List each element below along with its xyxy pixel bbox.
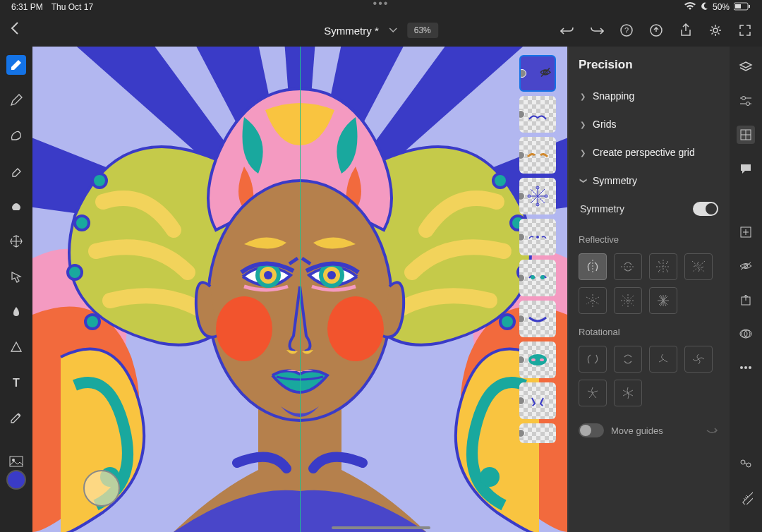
reflective-diag[interactable]: [684, 253, 713, 280]
chevron-down-icon: ❯: [580, 177, 588, 184]
svg-point-19: [85, 315, 99, 329]
share-button[interactable]: [679, 23, 693, 37]
title-dropdown-icon[interactable]: [389, 25, 397, 35]
svg-point-17: [75, 216, 89, 230]
brush-cursor: [83, 470, 120, 507]
rotational-2h[interactable]: [614, 346, 642, 373]
layer-thumb-5[interactable]: [519, 219, 556, 255]
layer-thumb-2[interactable]: [519, 96, 556, 133]
export-button[interactable]: [737, 291, 755, 309]
reflective-8[interactable]: [614, 287, 642, 314]
reflective-quad[interactable]: [649, 253, 677, 280]
eraser-tool[interactable]: [6, 161, 26, 181]
layer-thumbnails: [519, 55, 560, 443]
appearance-button[interactable]: [737, 325, 755, 343]
fill-tool[interactable]: [6, 302, 26, 322]
blob-tool[interactable]: [6, 196, 26, 216]
svg-rect-1: [735, 4, 741, 8]
shape-tool[interactable]: [6, 337, 26, 357]
undo-button[interactable]: [560, 23, 574, 37]
svg-text:T: T: [13, 377, 20, 389]
reflective-6[interactable]: [579, 287, 607, 314]
move-guides-toggle[interactable]: [579, 423, 604, 437]
adjustments-button[interactable]: [737, 92, 755, 110]
layer-thumb-9[interactable]: [519, 382, 556, 419]
reflective-label: Reflective: [579, 234, 720, 245]
layer-thumb-3[interactable]: [519, 137, 556, 174]
svg-point-26: [327, 296, 384, 361]
redo-button[interactable]: [590, 23, 604, 37]
symmetry-section[interactable]: ❯ Symmetry: [579, 168, 720, 193]
layer-thumb-1[interactable]: [519, 55, 556, 92]
precision-panel-button[interactable]: [737, 126, 755, 144]
pencil-tool[interactable]: [6, 90, 26, 110]
symmetry-section-label: Symmetry: [593, 175, 637, 186]
symmetry-toggle[interactable]: [693, 202, 718, 216]
perspective-section[interactable]: ❯ Create perspective grid: [579, 140, 720, 165]
zoom-level[interactable]: 63%: [407, 23, 438, 38]
rotational-options: [579, 346, 720, 406]
settings-button[interactable]: [708, 23, 722, 37]
rotational-4[interactable]: [684, 346, 713, 373]
precision-panel: Precision ❯ Snapping ❯ Grids ❯ Create pe…: [569, 47, 730, 532]
chevron-right-icon: ❯: [580, 149, 587, 157]
layer-thumb-7[interactable]: [519, 301, 556, 337]
cloud-sync-button[interactable]: [649, 23, 663, 37]
fullscreen-button[interactable]: [738, 23, 752, 37]
layers-panel-button[interactable]: [737, 58, 755, 76]
svg-point-44: [540, 358, 544, 361]
link-button[interactable]: [737, 454, 755, 473]
layer-thumb-8[interactable]: [519, 341, 556, 378]
svg-point-25: [216, 296, 272, 361]
svg-point-83: [741, 460, 745, 464]
layer-thumb-6[interactable]: [519, 260, 556, 296]
symmetry-guide-line[interactable]: [300, 47, 301, 532]
svg-point-15: [480, 467, 500, 487]
rotational-2[interactable]: [579, 346, 607, 373]
selection-tool[interactable]: [6, 267, 26, 286]
ruler-button[interactable]: [737, 488, 755, 507]
layer-handle-icon[interactable]: [519, 69, 526, 78]
svg-point-29: [264, 271, 272, 279]
svg-point-18: [68, 265, 82, 279]
layer-handle-icon[interactable]: [519, 429, 525, 437]
reflective-burst[interactable]: [649, 287, 677, 314]
image-tool[interactable]: [6, 452, 26, 471]
canvas-area[interactable]: [32, 47, 569, 532]
rotational-6[interactable]: [614, 380, 642, 406]
visibility-button[interactable]: [737, 257, 755, 275]
rotational-3[interactable]: [649, 346, 677, 373]
svg-point-82: [749, 366, 751, 369]
comments-button[interactable]: [737, 159, 755, 178]
perspective-label: Create perspective grid: [593, 147, 695, 158]
more-button[interactable]: [737, 358, 755, 377]
text-tool[interactable]: T: [6, 373, 26, 392]
rotational-5[interactable]: [579, 380, 607, 406]
smudge-tool[interactable]: [6, 126, 26, 145]
eyedropper-tool[interactable]: [6, 408, 26, 428]
snapping-label: Snapping: [593, 90, 634, 102]
reflective-vertical[interactable]: [579, 253, 607, 280]
artwork-canvas[interactable]: [32, 47, 567, 532]
layer-thumb-4[interactable]: [519, 178, 556, 214]
back-button[interactable]: [10, 21, 20, 40]
reflective-horizontal[interactable]: [614, 253, 642, 280]
add-button[interactable]: [737, 223, 755, 241]
chevron-right-icon: ❯: [580, 92, 587, 100]
document-title[interactable]: Symmetry *: [324, 25, 379, 37]
transform-tool[interactable]: [6, 231, 26, 251]
reset-guides-button[interactable]: [704, 425, 720, 437]
brush-tool[interactable]: [6, 55, 26, 75]
help-button[interactable]: ?: [619, 23, 634, 37]
layer-thumb-10[interactable]: [519, 423, 556, 443]
current-color-swatch[interactable]: [6, 470, 26, 490]
visibility-off-icon[interactable]: [539, 68, 552, 80]
multitask-dots-icon[interactable]: •••: [373, 0, 389, 10]
wifi-icon: [684, 2, 696, 13]
grids-section[interactable]: ❯ Grids: [579, 111, 720, 137]
snapping-section[interactable]: ❯ Snapping: [579, 83, 720, 109]
svg-point-81: [744, 366, 747, 369]
home-indicator[interactable]: [332, 526, 430, 529]
battery-icon: [734, 2, 751, 13]
dnd-moon-icon: [700, 2, 708, 13]
